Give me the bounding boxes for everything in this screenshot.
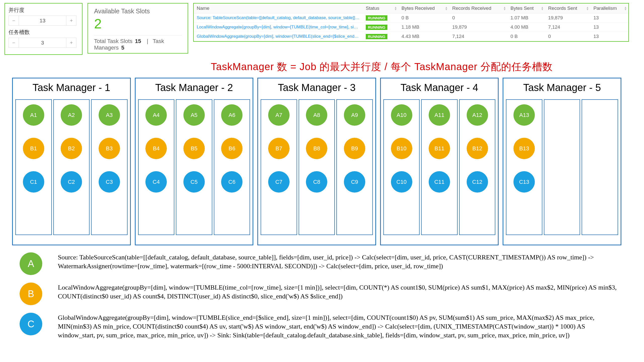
parallelism-cell: 13 bbox=[590, 13, 628, 23]
task-slot: A8B8C8 bbox=[299, 99, 335, 235]
job-table-panel: NameStatus▲▼Bytes Received▲▼Records Rece… bbox=[193, 3, 629, 42]
slot-row: A1B1C1A2B2C2A3B3C3 bbox=[15, 99, 128, 235]
task-slot: A13B13C13 bbox=[506, 99, 542, 235]
bytes-sent-cell: 1.07 MB bbox=[507, 13, 545, 23]
subtask-circle: C11 bbox=[429, 171, 450, 193]
available-slots-title: Available Task Slots bbox=[94, 8, 182, 15]
records-sent-cell: 7,124 bbox=[545, 23, 590, 32]
subtask-circle: A3 bbox=[99, 104, 120, 126]
legend-text-c: GlobalWindowAggregate(groupBy=[dim], win… bbox=[58, 313, 619, 340]
column-header[interactable]: Status▲▼ bbox=[363, 4, 398, 13]
subtask-circle: C9 bbox=[344, 171, 365, 193]
task-slot bbox=[582, 99, 618, 235]
subtask-circle: C5 bbox=[183, 171, 205, 193]
task-manager-title: Task Manager - 2 bbox=[138, 82, 250, 93]
sort-icon[interactable]: ▲▼ bbox=[503, 6, 506, 10]
subtask-circle: A7 bbox=[268, 104, 290, 126]
task-slot: A9B9C9 bbox=[336, 99, 373, 235]
status-badge: RUNNING bbox=[366, 15, 387, 21]
subtask-circle: C13 bbox=[513, 171, 535, 193]
available-slots-panel: Available Task Slots 2 Total Task Slots … bbox=[88, 3, 188, 54]
legend-icon-a: A bbox=[20, 252, 42, 275]
task-manager-title: Task Manager - 4 bbox=[383, 82, 496, 93]
job-name-cell[interactable]: LocalWindowAggregate(groupBy=[dim], wind… bbox=[194, 23, 363, 32]
sort-icon[interactable]: ▲▼ bbox=[445, 6, 448, 10]
available-slots-value: 2 bbox=[94, 16, 182, 31]
subtask-circle: B11 bbox=[429, 138, 450, 159]
subtask-circle: B6 bbox=[221, 138, 243, 159]
legend-row-a: A Source: TableSourceScan(table=[[defaul… bbox=[20, 252, 619, 275]
subtask-circle: A13 bbox=[513, 104, 535, 126]
task-slot: A11B11C11 bbox=[421, 99, 458, 235]
task-slot: A12B12C12 bbox=[459, 99, 496, 235]
slot-row: A7B7C7A8B8C8A9B9C9 bbox=[261, 99, 373, 235]
formula-text: TaskManager 数 = Job 的最大并行度 / 每个 TaskMana… bbox=[211, 60, 629, 74]
minus-button[interactable]: − bbox=[9, 16, 19, 25]
records-sent-cell: 0 bbox=[545, 32, 590, 41]
subtask-circle: B1 bbox=[23, 138, 44, 159]
parallelism-cell: 13 bbox=[590, 32, 628, 41]
task-slot: A7B7C7 bbox=[261, 99, 297, 235]
subtask-circle: B9 bbox=[344, 138, 365, 159]
task-slot: A2B2C2 bbox=[53, 99, 90, 235]
config-panel: 并行度 − 13 + 任务槽数 − 3 + bbox=[5, 3, 83, 55]
subtask-circle: C8 bbox=[306, 171, 327, 193]
plus-button[interactable]: + bbox=[66, 16, 76, 25]
parallelism-value: 13 bbox=[19, 16, 66, 25]
table-row[interactable]: LocalWindowAggregate(groupBy=[dim], wind… bbox=[194, 23, 628, 32]
table-row[interactable]: Source: TableSourceScan(table=[[default_… bbox=[194, 13, 628, 23]
parallelism-cell: 13 bbox=[590, 23, 628, 32]
subtask-circle: B3 bbox=[99, 138, 120, 159]
slot-row: A10B10C10A11B11C11A12B12C12 bbox=[383, 99, 496, 235]
job-name-cell[interactable]: Source: TableSourceScan(table=[[default_… bbox=[194, 13, 363, 23]
subtask-circle: A8 bbox=[306, 104, 327, 126]
plus-button[interactable]: + bbox=[66, 38, 76, 48]
sort-icon[interactable]: ▲▼ bbox=[541, 6, 544, 10]
parallelism-stepper[interactable]: − 13 + bbox=[9, 16, 76, 26]
subtask-circle: A5 bbox=[183, 104, 205, 126]
subtask-circle: B10 bbox=[391, 138, 412, 159]
subtask-circle: A2 bbox=[61, 104, 82, 126]
column-header[interactable]: Records Received▲▼ bbox=[449, 4, 508, 13]
column-header[interactable]: Bytes Received▲▼ bbox=[398, 4, 449, 13]
status-cell: RUNNING bbox=[363, 23, 398, 32]
column-header[interactable]: Bytes Sent▲▼ bbox=[507, 4, 545, 13]
subtask-circle: A11 bbox=[429, 104, 450, 126]
task-manager-title: Task Manager - 3 bbox=[261, 82, 373, 93]
task-manager-box: Task Manager - 5A13B13C13 bbox=[503, 78, 621, 245]
bytes-received-cell: 4.43 MB bbox=[398, 32, 449, 41]
bytes-received-cell: 1.18 MB bbox=[398, 23, 449, 32]
sort-icon[interactable]: ▲▼ bbox=[586, 6, 589, 10]
column-header[interactable]: Records Sent▲▼ bbox=[545, 4, 590, 13]
task-manager-title: Task Manager - 5 bbox=[506, 82, 618, 93]
status-cell: RUNNING bbox=[363, 13, 398, 23]
slots-stepper[interactable]: − 3 + bbox=[9, 38, 76, 48]
sort-icon[interactable]: ▲▼ bbox=[624, 6, 627, 10]
job-table: NameStatus▲▼Bytes Received▲▼Records Rece… bbox=[194, 4, 628, 41]
subtask-circle: C12 bbox=[467, 171, 488, 193]
column-header[interactable]: Name bbox=[194, 4, 363, 13]
legend-row-c: C GlobalWindowAggregate(groupBy=[dim], w… bbox=[20, 313, 619, 340]
slot-row: A4B4C4A5B5C5A6B6C6 bbox=[138, 99, 250, 235]
subtask-circle: C1 bbox=[23, 171, 44, 193]
subtask-circle: B12 bbox=[467, 138, 488, 159]
subtask-circle: B13 bbox=[513, 138, 535, 159]
task-manager-box: Task Manager - 2A4B4C4A5B5C5A6B6C6 bbox=[135, 78, 254, 245]
column-header[interactable]: Parallelism▲▼ bbox=[590, 4, 628, 13]
minus-button[interactable]: − bbox=[9, 38, 19, 48]
slot-row: A13B13C13 bbox=[506, 99, 618, 235]
job-name-cell[interactable]: GlobalWindowAggregate(groupBy=[dim], win… bbox=[194, 32, 363, 41]
subtask-circle: A4 bbox=[145, 104, 167, 126]
table-row[interactable]: GlobalWindowAggregate(groupBy=[dim], win… bbox=[194, 32, 628, 41]
subtask-circle: C4 bbox=[145, 171, 167, 193]
records-received-cell: 7,124 bbox=[449, 32, 508, 41]
subtask-circle: A6 bbox=[221, 104, 243, 126]
sort-icon[interactable]: ▲▼ bbox=[394, 6, 397, 10]
subtask-circle: C7 bbox=[268, 171, 290, 193]
legend-row-b: B LocalWindowAggregate(groupBy=[dim], wi… bbox=[20, 283, 619, 305]
bytes-sent-cell: 4.00 MB bbox=[507, 23, 545, 32]
task-slot: A1B1C1 bbox=[15, 99, 52, 235]
bytes-sent-cell: 0 B bbox=[507, 32, 545, 41]
subtask-circle: C6 bbox=[221, 171, 243, 193]
task-manager-row: Task Manager - 1A1B1C1A2B2C2A3B3C3Task M… bbox=[12, 78, 621, 245]
